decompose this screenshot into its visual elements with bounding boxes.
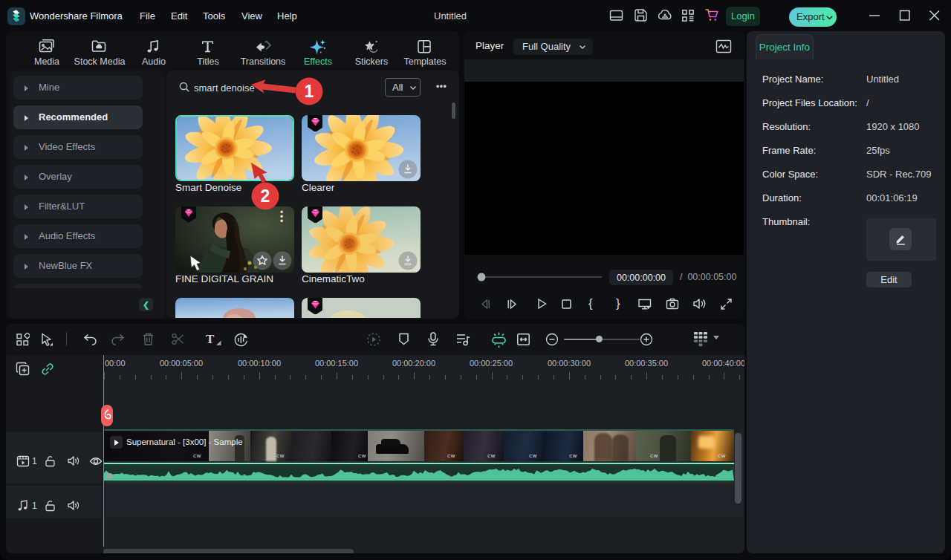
svg-text:1: 1 xyxy=(305,82,314,101)
svg-text:2: 2 xyxy=(261,186,270,206)
svg-text:T: T xyxy=(206,332,215,346)
